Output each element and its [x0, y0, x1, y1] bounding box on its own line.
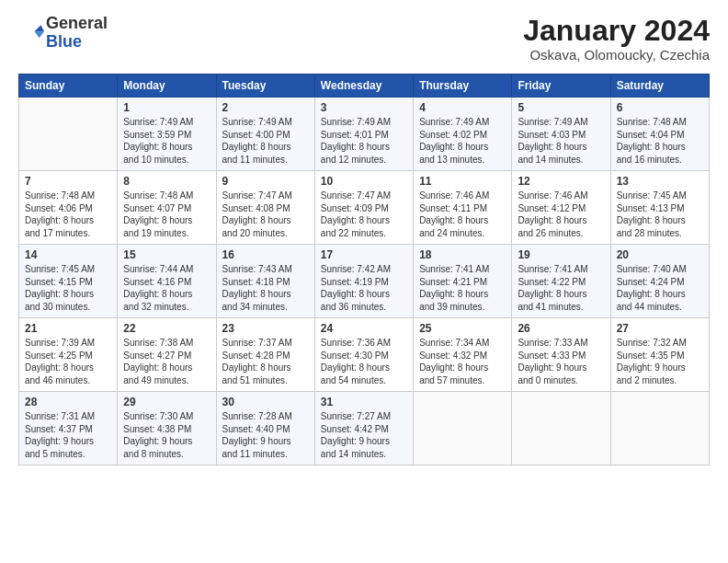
calendar-cell: 16Sunrise: 7:43 AMSunset: 4:18 PMDayligh…: [216, 245, 314, 318]
day-info: Sunrise: 7:45 AMSunset: 4:13 PMDaylight:…: [617, 190, 703, 239]
sunset-text: Sunset: 4:19 PM: [321, 276, 407, 289]
sunset-text: Sunset: 4:08 PM: [222, 202, 309, 215]
daylight-text: Daylight: 8 hours and 20 minutes.: [222, 214, 309, 239]
sunset-text: Sunset: 4:40 PM: [222, 423, 309, 436]
calendar-cell: 22Sunrise: 7:38 AMSunset: 4:27 PMDayligh…: [118, 318, 216, 392]
sunrise-text: Sunrise: 7:47 AM: [222, 190, 309, 202]
sunset-text: Sunset: 4:00 PM: [222, 129, 309, 142]
day-info: Sunrise: 7:43 AMSunset: 4:18 PMDaylight:…: [222, 263, 309, 313]
daylight-text: Daylight: 8 hours and 54 minutes.: [321, 362, 407, 386]
header-tuesday: Tuesday: [216, 75, 314, 98]
daylight-text: Daylight: 8 hours and 46 minutes.: [25, 362, 111, 386]
day-number: 5: [518, 101, 604, 114]
day-info: Sunrise: 7:41 AMSunset: 4:21 PMDaylight:…: [419, 263, 506, 313]
sunset-text: Sunset: 4:24 PM: [617, 276, 703, 289]
sunrise-text: Sunrise: 7:41 AM: [518, 263, 604, 276]
daylight-text: Daylight: 8 hours and 36 minutes.: [321, 288, 407, 313]
daylight-text: Daylight: 8 hours and 16 minutes.: [617, 141, 703, 166]
day-number: 21: [25, 322, 111, 335]
sunset-text: Sunset: 4:03 PM: [518, 129, 604, 142]
calendar-cell: 23Sunrise: 7:37 AMSunset: 4:28 PMDayligh…: [216, 318, 314, 392]
day-number: 20: [617, 248, 703, 261]
sunrise-text: Sunrise: 7:49 AM: [123, 116, 210, 129]
calendar-week-row: 21Sunrise: 7:39 AMSunset: 4:25 PMDayligh…: [19, 318, 710, 392]
header-wednesday: Wednesday: [314, 75, 413, 98]
sunrise-text: Sunrise: 7:34 AM: [419, 337, 506, 350]
day-number: 12: [518, 175, 604, 188]
day-info: Sunrise: 7:27 AMSunset: 4:42 PMDaylight:…: [321, 410, 407, 460]
calendar-cell: 27Sunrise: 7:32 AMSunset: 4:35 PMDayligh…: [610, 318, 709, 392]
daylight-text: Daylight: 9 hours and 8 minutes.: [123, 435, 210, 460]
header-monday: Monday: [118, 75, 216, 98]
sunset-text: Sunset: 4:25 PM: [25, 350, 111, 362]
day-info: Sunrise: 7:39 AMSunset: 4:25 PMDaylight:…: [25, 337, 111, 386]
day-number: 3: [321, 101, 407, 114]
calendar-cell: 15Sunrise: 7:44 AMSunset: 4:16 PMDayligh…: [118, 245, 216, 318]
calendar-cell: 12Sunrise: 7:46 AMSunset: 4:12 PMDayligh…: [512, 171, 610, 245]
sunset-text: Sunset: 4:12 PM: [518, 202, 604, 215]
calendar-cell: 6Sunrise: 7:48 AMSunset: 4:04 PMDaylight…: [610, 98, 709, 171]
sunrise-text: Sunrise: 7:49 AM: [222, 116, 309, 129]
sunrise-text: Sunrise: 7:36 AM: [321, 337, 407, 350]
day-info: Sunrise: 7:28 AMSunset: 4:40 PMDaylight:…: [222, 410, 309, 460]
sunrise-text: Sunrise: 7:48 AM: [123, 190, 210, 202]
day-info: Sunrise: 7:47 AMSunset: 4:09 PMDaylight:…: [321, 190, 407, 239]
day-number: 16: [222, 248, 309, 261]
calendar-cell: [610, 392, 709, 465]
day-info: Sunrise: 7:48 AMSunset: 4:07 PMDaylight:…: [123, 190, 210, 239]
daylight-text: Daylight: 9 hours and 0 minutes.: [518, 362, 604, 386]
calendar-week-row: 14Sunrise: 7:45 AMSunset: 4:15 PMDayligh…: [19, 245, 710, 318]
calendar-cell: 4Sunrise: 7:49 AMSunset: 4:02 PMDaylight…: [414, 98, 512, 171]
sunrise-text: Sunrise: 7:41 AM: [419, 263, 506, 276]
day-info: Sunrise: 7:37 AMSunset: 4:28 PMDaylight:…: [222, 337, 309, 386]
daylight-text: Daylight: 8 hours and 44 minutes.: [617, 288, 703, 313]
sunset-text: Sunset: 4:37 PM: [25, 423, 111, 436]
sunrise-text: Sunrise: 7:49 AM: [518, 116, 604, 129]
calendar-cell: 26Sunrise: 7:33 AMSunset: 4:33 PMDayligh…: [512, 318, 610, 392]
sunrise-text: Sunrise: 7:48 AM: [25, 190, 111, 202]
daylight-text: Daylight: 8 hours and 39 minutes.: [419, 288, 506, 313]
header: General Blue January 2024 Oskava, Olomou…: [18, 15, 710, 63]
day-number: 29: [123, 396, 210, 408]
day-info: Sunrise: 7:32 AMSunset: 4:35 PMDaylight:…: [617, 337, 703, 386]
calendar-cell: 24Sunrise: 7:36 AMSunset: 4:30 PMDayligh…: [314, 318, 413, 392]
calendar-cell: 3Sunrise: 7:49 AMSunset: 4:01 PMDaylight…: [314, 98, 413, 171]
sunrise-text: Sunrise: 7:46 AM: [419, 190, 506, 202]
daylight-text: Daylight: 8 hours and 22 minutes.: [321, 214, 407, 239]
sunrise-text: Sunrise: 7:37 AM: [222, 337, 309, 350]
calendar-cell: [512, 392, 610, 465]
daylight-text: Daylight: 8 hours and 30 minutes.: [25, 288, 111, 313]
sunset-text: Sunset: 4:15 PM: [25, 276, 111, 289]
daylight-text: Daylight: 8 hours and 57 minutes.: [419, 362, 506, 386]
daylight-text: Daylight: 8 hours and 34 minutes.: [222, 288, 309, 313]
day-info: Sunrise: 7:41 AMSunset: 4:22 PMDaylight:…: [518, 263, 604, 313]
calendar-week-row: 28Sunrise: 7:31 AMSunset: 4:37 PMDayligh…: [19, 392, 710, 465]
daylight-text: Daylight: 9 hours and 14 minutes.: [321, 435, 407, 460]
sunrise-text: Sunrise: 7:45 AM: [25, 263, 111, 276]
sunrise-text: Sunrise: 7:30 AM: [123, 410, 210, 423]
calendar-cell: [414, 392, 512, 465]
calendar-cell: 29Sunrise: 7:30 AMSunset: 4:38 PMDayligh…: [118, 392, 216, 465]
day-info: Sunrise: 7:42 AMSunset: 4:19 PMDaylight:…: [321, 263, 407, 313]
day-info: Sunrise: 7:49 AMSunset: 3:59 PMDaylight:…: [123, 116, 210, 166]
sunset-text: Sunset: 4:21 PM: [419, 276, 506, 289]
sunrise-text: Sunrise: 7:48 AM: [617, 116, 703, 129]
day-number: 6: [617, 101, 703, 114]
sunset-text: Sunset: 4:30 PM: [321, 350, 407, 362]
daylight-text: Daylight: 9 hours and 2 minutes.: [617, 362, 703, 386]
calendar-cell: 17Sunrise: 7:42 AMSunset: 4:19 PMDayligh…: [314, 245, 413, 318]
day-number: 9: [222, 175, 309, 188]
sunrise-text: Sunrise: 7:33 AM: [518, 337, 604, 350]
daylight-text: Daylight: 8 hours and 13 minutes.: [419, 141, 506, 166]
day-number: 25: [419, 322, 506, 335]
day-number: 14: [25, 248, 111, 261]
day-info: Sunrise: 7:48 AMSunset: 4:04 PMDaylight:…: [617, 116, 703, 166]
header-friday: Friday: [512, 75, 610, 98]
calendar-cell: 21Sunrise: 7:39 AMSunset: 4:25 PMDayligh…: [19, 318, 118, 392]
daylight-text: Daylight: 8 hours and 12 minutes.: [321, 141, 407, 166]
sunset-text: Sunset: 4:16 PM: [123, 276, 210, 289]
logo-general: General: [46, 15, 108, 33]
day-info: Sunrise: 7:31 AMSunset: 4:37 PMDaylight:…: [25, 410, 111, 460]
day-number: 10: [321, 175, 407, 188]
sunset-text: Sunset: 4:09 PM: [321, 202, 407, 215]
